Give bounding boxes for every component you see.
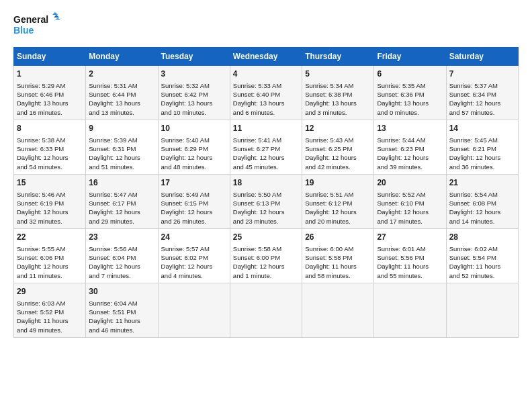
table-row: 18Sunrise: 5:50 AMSunset: 6:13 PMDayligh… (230, 174, 302, 228)
svg-marker-3 (54, 15, 59, 17)
header: General Blue (13, 12, 519, 40)
table-row: 6Sunrise: 5:35 AMSunset: 6:36 PMDaylight… (374, 66, 446, 120)
table-row: 17Sunrise: 5:49 AMSunset: 6:15 PMDayligh… (158, 174, 230, 228)
col-monday: Monday (86, 48, 158, 66)
table-row: 12Sunrise: 5:43 AMSunset: 6:25 PMDayligh… (302, 120, 374, 174)
table-row: 25Sunrise: 5:58 AMSunset: 6:00 PMDayligh… (230, 228, 302, 283)
table-row: 27Sunrise: 6:01 AMSunset: 5:56 PMDayligh… (374, 228, 446, 283)
table-row: 21Sunrise: 5:54 AMSunset: 6:08 PMDayligh… (446, 174, 518, 228)
col-saturday: Saturday (446, 48, 518, 66)
table-row: 3Sunrise: 5:32 AMSunset: 6:42 PMDaylight… (158, 66, 230, 120)
svg-text:General: General (13, 14, 48, 25)
table-row: 11Sunrise: 5:41 AMSunset: 6:27 PMDayligh… (230, 120, 302, 174)
col-sunday: Sunday (14, 48, 86, 66)
table-row: 22Sunrise: 5:55 AMSunset: 6:06 PMDayligh… (14, 228, 86, 283)
table-row: 19Sunrise: 5:51 AMSunset: 6:12 PMDayligh… (302, 174, 374, 228)
table-row: 10Sunrise: 5:40 AMSunset: 6:29 PMDayligh… (158, 120, 230, 174)
header-row: Sunday Monday Tuesday Wednesday Thursday… (14, 48, 519, 66)
table-row: 16Sunrise: 5:47 AMSunset: 6:17 PMDayligh… (86, 174, 158, 228)
col-tuesday: Tuesday (158, 48, 230, 66)
table-row: 28Sunrise: 6:02 AMSunset: 5:54 PMDayligh… (446, 228, 518, 283)
table-row: 13Sunrise: 5:44 AMSunset: 6:23 PMDayligh… (374, 120, 446, 174)
table-row: 24Sunrise: 5:57 AMSunset: 6:02 PMDayligh… (158, 228, 230, 283)
table-row: 23Sunrise: 5:56 AMSunset: 6:04 PMDayligh… (86, 228, 158, 283)
table-row: 29Sunrise: 6:03 AMSunset: 5:52 PMDayligh… (14, 283, 86, 337)
svg-marker-4 (55, 17, 60, 20)
col-wednesday: Wednesday (230, 48, 302, 66)
table-row: 14Sunrise: 5:45 AMSunset: 6:21 PMDayligh… (446, 120, 518, 174)
table-row: 1Sunrise: 5:29 AMSunset: 6:46 PMDaylight… (14, 66, 86, 120)
col-friday: Friday (374, 48, 446, 66)
logo: General Blue (13, 12, 60, 40)
table-row: 30Sunrise: 6:04 AMSunset: 5:51 PMDayligh… (86, 283, 158, 337)
page: General Blue Sunday Monday Tuesday Wedne… (0, 0, 532, 345)
table-row (158, 283, 230, 337)
table-row (230, 283, 302, 337)
table-row: 5Sunrise: 5:34 AMSunset: 6:38 PMDaylight… (302, 66, 374, 120)
table-row: 20Sunrise: 5:52 AMSunset: 6:10 PMDayligh… (374, 174, 446, 228)
calendar-table: Sunday Monday Tuesday Wednesday Thursday… (13, 47, 519, 338)
table-row (446, 283, 518, 337)
table-row: 26Sunrise: 6:00 AMSunset: 5:58 PMDayligh… (302, 228, 374, 283)
svg-marker-2 (52, 12, 58, 15)
table-row: 2Sunrise: 5:31 AMSunset: 6:44 PMDaylight… (86, 66, 158, 120)
table-row (302, 283, 374, 337)
table-row: 9Sunrise: 5:39 AMSunset: 6:31 PMDaylight… (86, 120, 158, 174)
table-row: 7Sunrise: 5:37 AMSunset: 6:34 PMDaylight… (446, 66, 518, 120)
table-row: 15Sunrise: 5:46 AMSunset: 6:19 PMDayligh… (14, 174, 86, 228)
svg-text:Blue: Blue (13, 25, 34, 36)
table-row: 8Sunrise: 5:38 AMSunset: 6:33 PMDaylight… (14, 120, 86, 174)
table-row (374, 283, 446, 337)
logo-svg: General Blue (13, 12, 60, 40)
table-row: 4Sunrise: 5:33 AMSunset: 6:40 PMDaylight… (230, 66, 302, 120)
col-thursday: Thursday (302, 48, 374, 66)
